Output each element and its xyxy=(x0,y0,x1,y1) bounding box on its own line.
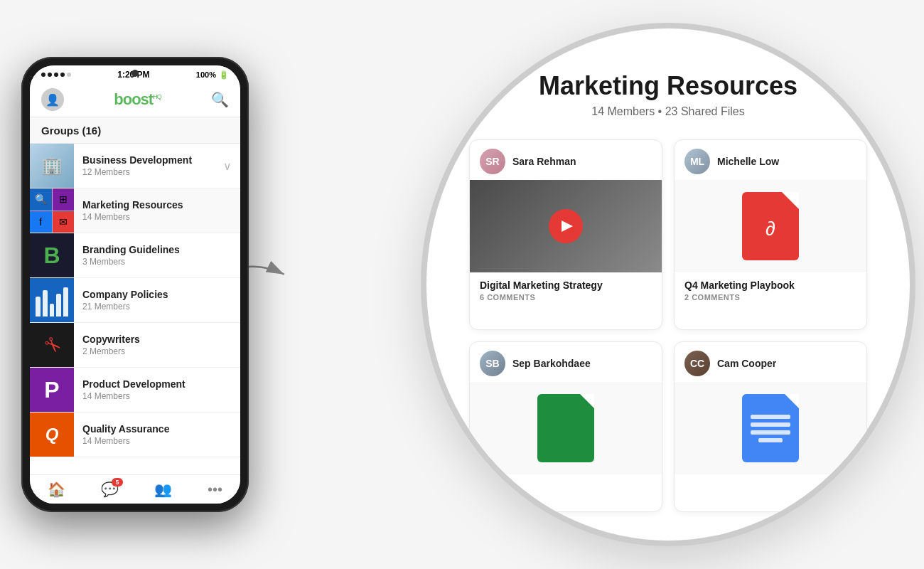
status-right: 100% 🔋 xyxy=(196,70,229,80)
group-info-copywriters: Copywriters 2 Members xyxy=(74,325,240,365)
dot3 xyxy=(54,73,58,77)
group-item-quality-assurance[interactable]: Q Quality Assurance 14 Members xyxy=(30,413,240,457)
dot1 xyxy=(41,73,45,77)
docs-container xyxy=(675,382,866,474)
group-item-company-policies[interactable]: Company Policies 21 Members xyxy=(30,278,240,323)
phone-mockup: 1:20 PM 100% 🔋 👤 boostHQ 🔍 xyxy=(21,57,249,512)
file-card-4[interactable]: CC Cam Cooper xyxy=(674,341,867,512)
pdf-icon: ∂ xyxy=(742,192,799,260)
card-media-docs xyxy=(675,382,866,474)
svg-point-5 xyxy=(583,205,606,232)
pdf-container: ∂ xyxy=(675,180,866,272)
group-item-branding-guidelines[interactable]: B Branding Guidelines 3 Members xyxy=(30,233,240,278)
group-thumb-marketing-resources: 🔍 ⊞ f ✉ xyxy=(30,188,74,233)
user-avatar[interactable]: 👤 xyxy=(41,88,64,111)
sheets-grid xyxy=(557,415,575,441)
popup-subtitle: 14 Members • 23 Shared Files xyxy=(469,105,867,118)
thumb-qa-icon: Q xyxy=(30,413,74,457)
thumb-office-icon: 🏢 xyxy=(30,144,74,188)
sheets-icon xyxy=(537,394,594,462)
main-scene: 1:20 PM 100% 🔋 👤 boostHQ 🔍 xyxy=(0,0,924,569)
file-name-1: Digital Marketing Strategy xyxy=(480,280,652,291)
username-sara: Sara Rehman xyxy=(512,156,576,167)
signal-dots xyxy=(41,73,71,77)
nav-more[interactable]: ••• xyxy=(208,482,222,498)
avatar-sep-barkohdaee: SB xyxy=(480,351,505,376)
group-name-product-development: Product Development xyxy=(82,378,232,390)
avatar-sara-initials: SR xyxy=(480,149,505,174)
battery-icon: 🔋 xyxy=(219,70,229,80)
file-card-2[interactable]: ML Michelle Low ∂ Q4 Marketing Playbook xyxy=(674,139,867,330)
nav-users[interactable]: 👥 xyxy=(154,481,172,498)
group-name-marketing-resources: Marketing Resources xyxy=(82,199,232,211)
svg-rect-6 xyxy=(578,230,606,272)
comments-2: 2 COMMENTS xyxy=(684,293,856,302)
chat-badge: 5 xyxy=(112,478,123,486)
dot2 xyxy=(48,73,52,77)
docs-icon xyxy=(742,394,799,462)
group-name-copywriters: Copywriters xyxy=(82,334,232,345)
svg-rect-7 xyxy=(518,246,638,252)
card-header-4: CC Cam Cooper xyxy=(675,342,866,382)
file-card-3[interactable]: SB Sep Barkohdaee xyxy=(469,341,662,512)
docs-line2 xyxy=(751,422,790,427)
username-sep: Sep Barkohdaee xyxy=(512,358,591,369)
logo-text: boost xyxy=(114,90,153,108)
group-members-quality-assurance: 14 Members xyxy=(82,436,232,446)
popup-title: Marketing Resources xyxy=(469,71,867,101)
mico-facebook: f xyxy=(30,211,52,233)
group-thumb-company-policies xyxy=(30,278,74,322)
search-button[interactable]: 🔍 xyxy=(211,91,229,108)
nav-home[interactable]: 🏠 xyxy=(48,481,65,498)
avatar-cam-cooper: CC xyxy=(684,351,710,376)
phone-camera xyxy=(131,70,139,77)
group-info-branding-guidelines: Branding Guidelines 3 Members xyxy=(74,235,240,275)
dot5 xyxy=(67,73,71,77)
group-members-copywriters: 2 Members xyxy=(82,346,232,356)
play-triangle-icon xyxy=(562,220,573,232)
file-card-1[interactable]: SR Sara Rehman xyxy=(469,139,662,330)
avatar-icon: 👤 xyxy=(45,93,60,107)
card-footer-4 xyxy=(675,474,866,491)
group-item-business-development[interactable]: 🏢 Business Development 12 Members ∨ xyxy=(30,144,240,188)
card-header-3: SB Sep Barkohdaee xyxy=(470,342,662,382)
file-name-2: Q4 Marketing Playbook xyxy=(684,280,856,291)
avatar-sara-rehman: SR xyxy=(480,149,505,174)
group-item-copywriters[interactable]: ✂ Copywriters 2 Members xyxy=(30,323,240,368)
chevron-icon: ∨ xyxy=(223,159,240,173)
card-footer-1: Digital Marketing Strategy 6 COMMENTS xyxy=(470,272,662,309)
group-item-marketing-resources[interactable]: 🔍 ⊞ f ✉ Marketing Resources 14 Members xyxy=(30,188,240,233)
thumb-copywriters-icon: ✂ xyxy=(30,323,74,367)
group-thumb-quality-assurance: Q xyxy=(30,413,74,457)
group-members-business-development: 12 Members xyxy=(82,167,215,177)
bar5 xyxy=(63,287,68,317)
mico-grid: ⊞ xyxy=(53,188,75,211)
group-thumb-branding-guidelines: B xyxy=(30,233,74,277)
card-header-2: ML Michelle Low xyxy=(675,140,866,180)
bar1 xyxy=(36,297,41,317)
avatar-michelle-low: ML xyxy=(684,149,710,174)
group-item-product-development[interactable]: P Product Development 14 Members xyxy=(30,368,240,413)
avatar-cam-initials: CC xyxy=(684,351,710,376)
branding-letter: B xyxy=(43,243,60,269)
mico-search: 🔍 xyxy=(30,188,52,211)
files-grid: SR Sara Rehman xyxy=(469,139,867,512)
group-name-branding-guidelines: Branding Guidelines xyxy=(82,244,232,255)
marketing-resources-popup: Marketing Resources 14 Members • 23 Shar… xyxy=(426,28,910,541)
popup-inner: Marketing Resources 14 Members • 23 Shar… xyxy=(426,28,910,541)
dot4 xyxy=(60,73,65,77)
groups-list[interactable]: 🏢 Business Development 12 Members ∨ xyxy=(30,144,240,474)
group-info-company-policies: Company Policies 21 Members xyxy=(74,280,240,320)
group-members-branding-guidelines: 3 Members xyxy=(82,257,232,267)
bar4 xyxy=(56,294,61,317)
group-name-company-policies: Company Policies xyxy=(82,289,232,300)
docs-line3 xyxy=(751,430,790,435)
video-thumbnail xyxy=(470,180,662,272)
bottom-nav: 🏠 💬 5 👥 ••• xyxy=(30,474,240,504)
nav-chat[interactable]: 💬 5 xyxy=(101,481,119,498)
thumb-marketing-icon: 🔍 ⊞ f ✉ xyxy=(30,188,74,233)
play-button[interactable] xyxy=(549,209,583,243)
qa-letter: Q xyxy=(45,425,59,445)
group-members-company-policies: 21 Members xyxy=(82,302,232,312)
avatar-sep-initials: SB xyxy=(480,351,505,376)
